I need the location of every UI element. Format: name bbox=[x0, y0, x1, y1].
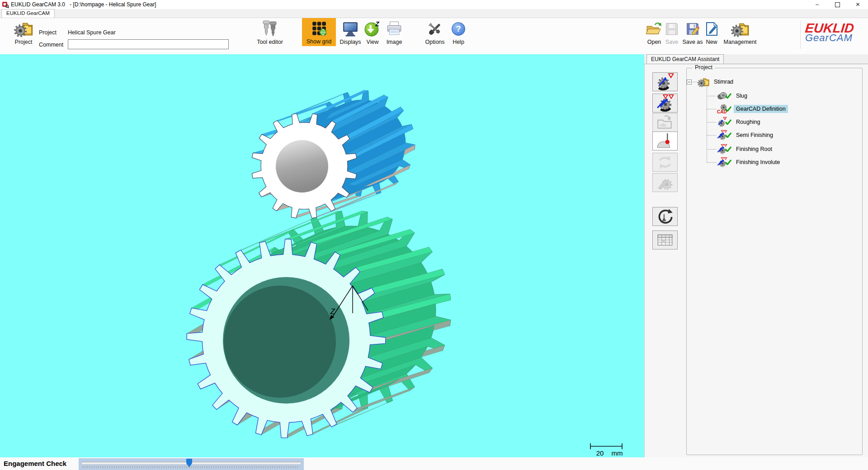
roughing-gear-icon bbox=[656, 73, 675, 90]
tree-connector bbox=[707, 109, 716, 109]
engagement-slider[interactable] bbox=[79, 458, 304, 470]
window-tab-strip: EUKLID GearCAM bbox=[0, 9, 868, 18]
check-icon bbox=[725, 119, 731, 125]
tree-connector bbox=[707, 162, 716, 163]
bottom-bar: Engagement Check bbox=[0, 457, 868, 470]
new-button[interactable]: New bbox=[702, 19, 722, 45]
tree-item-finishing-root[interactable]: Finishing Root bbox=[717, 144, 774, 155]
tree-connector bbox=[707, 149, 716, 150]
tree-root-item[interactable]: Stimrad bbox=[698, 76, 736, 87]
sync-button bbox=[652, 153, 678, 172]
tool-change-button bbox=[652, 173, 678, 192]
rotate-arrow-tool-icon bbox=[656, 208, 675, 225]
gear-3d-viewport[interactable]: Z 20 mm bbox=[0, 54, 644, 457]
tab-euklid-gearcam[interactable]: EUKLID GearCAM bbox=[1, 9, 55, 18]
help-button[interactable]: ? Help bbox=[448, 19, 468, 45]
data-table-button[interactable] bbox=[652, 230, 678, 249]
tree-item-semi-finishing[interactable]: Semi Finishing bbox=[717, 130, 775, 141]
tree-connector bbox=[707, 135, 716, 136]
measure-probe-icon bbox=[656, 132, 675, 150]
tree-item-roughing[interactable]: Roughing bbox=[717, 117, 763, 127]
title-bar[interactable]: EUKLID GearCAM 3.0 - [D:\hompage - Helic… bbox=[0, 0, 868, 9]
project-group-box bbox=[686, 68, 863, 455]
check-icon bbox=[725, 160, 731, 165]
cltx-export-icon: cltx bbox=[656, 114, 675, 131]
tools-icon bbox=[420, 19, 449, 38]
measure-probe-button[interactable] bbox=[652, 132, 678, 150]
new-document-icon bbox=[702, 19, 722, 38]
view-button[interactable]: Z View bbox=[360, 19, 385, 45]
view-z-arrow-icon: Z bbox=[360, 19, 385, 38]
scale-unit: mm bbox=[612, 449, 623, 457]
export-cltx-button: cltx bbox=[652, 113, 678, 132]
printer-icon bbox=[382, 19, 406, 38]
maximize-button[interactable] bbox=[827, 0, 848, 9]
help-question-icon: ? bbox=[448, 19, 468, 38]
assistant-tab[interactable]: EUKLID GearCAM Assistant bbox=[646, 54, 724, 64]
tool-editor-icon bbox=[250, 19, 290, 38]
save-floppy-icon bbox=[662, 19, 682, 38]
project-field-value: Helical Spure Gear bbox=[68, 29, 116, 36]
window-title: EUKLID GearCAM 3.0 - [D:\hompage - Helic… bbox=[11, 1, 156, 8]
finishing-gear-icon bbox=[656, 94, 675, 112]
engagement-check-label: Engagement Check bbox=[4, 457, 66, 470]
image-button[interactable]: Image bbox=[382, 19, 406, 45]
logo-line1: EUKLID bbox=[804, 22, 854, 35]
finishing-tool-button[interactable] bbox=[652, 94, 678, 113]
project-group-label: Project bbox=[693, 64, 715, 70]
project-gear-folder-icon bbox=[698, 77, 709, 87]
toolbar-separator bbox=[800, 21, 801, 49]
tree-connector bbox=[707, 87, 707, 162]
grid-icon bbox=[302, 19, 336, 38]
table-grid-icon bbox=[656, 231, 675, 249]
svg-text:Z: Z bbox=[375, 21, 379, 28]
roughing-tool-button[interactable] bbox=[652, 72, 678, 91]
project-button[interactable]: Project bbox=[5, 19, 42, 45]
sync-arrows-icon bbox=[656, 154, 675, 171]
slider-tick-marks bbox=[82, 466, 299, 468]
management-gear-folder-icon bbox=[721, 19, 759, 38]
comment-input[interactable] bbox=[68, 39, 229, 49]
tree-connector bbox=[707, 122, 716, 122]
show-grid-button[interactable]: Show grid bbox=[302, 18, 336, 46]
close-button[interactable]: ✕ bbox=[848, 0, 868, 9]
save-button: Save bbox=[662, 19, 682, 45]
simulate-rotation-button[interactable] bbox=[652, 207, 678, 226]
axis-z-label: Z bbox=[330, 307, 335, 316]
check-icon bbox=[725, 106, 731, 112]
tree-collapse-toggle[interactable] bbox=[687, 80, 692, 85]
brand-logo: EUKLID GearCAM bbox=[805, 22, 854, 43]
check-icon bbox=[725, 132, 731, 138]
comment-field-label: Comment bbox=[39, 42, 63, 48]
project-gear-folder-icon bbox=[5, 19, 42, 38]
main-toolbar: Project Project Helical Spure Gear Comme… bbox=[0, 18, 868, 55]
scale-value: 20 bbox=[596, 449, 604, 457]
svg-text:cltx: cltx bbox=[660, 122, 666, 127]
check-icon bbox=[725, 93, 731, 99]
project-field-label: Project bbox=[39, 29, 57, 36]
options-button[interactable]: Options bbox=[420, 19, 449, 45]
tree-item-slug[interactable]: Slug bbox=[717, 90, 750, 101]
tree-connector bbox=[707, 96, 716, 96]
management-button[interactable]: Management bbox=[721, 19, 759, 45]
check-icon bbox=[725, 146, 731, 152]
tree-item-gearcad-definition[interactable]: CAD GearCAD Definition bbox=[717, 103, 788, 114]
svg-text:?: ? bbox=[456, 24, 461, 33]
tree-item-finish-involute[interactable]: Finishing Involute bbox=[717, 157, 782, 168]
tool-editor-button[interactable]: Tool editor bbox=[250, 19, 290, 45]
minimize-button[interactable]: – bbox=[807, 0, 827, 9]
tool-on-gear-icon bbox=[656, 174, 675, 191]
application-window: EUKLID GearCAM 3.0 - [D:\hompage - Helic… bbox=[0, 0, 868, 470]
